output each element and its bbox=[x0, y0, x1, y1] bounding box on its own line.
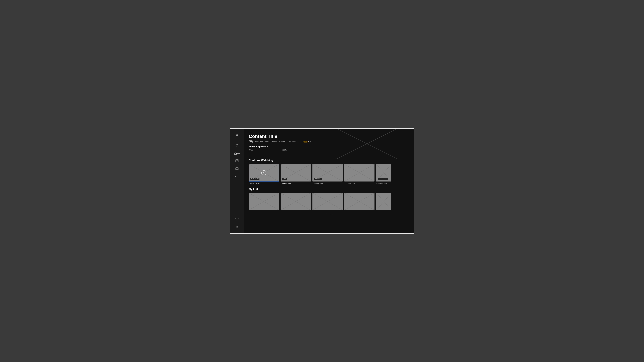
svg-rect-5 bbox=[236, 160, 237, 161]
scroll-dot-2 bbox=[327, 214, 330, 214]
card-continue-3[interactable]: ORIGINAL Content Title bbox=[312, 164, 343, 184]
continue-watching-title: Continue Watching bbox=[249, 159, 409, 162]
search-icon bbox=[235, 144, 239, 147]
logo-icon bbox=[234, 132, 240, 138]
card-thumb-3: ORIGINAL bbox=[312, 164, 343, 182]
card-continue-4[interactable]: Content Title bbox=[344, 164, 374, 184]
home-icon bbox=[234, 151, 237, 155]
card-badge-2: NEW bbox=[282, 178, 287, 180]
card-mylist-3[interactable] bbox=[312, 193, 343, 210]
card-continue-1[interactable]: ▶ EXCLUSIVE Content Title bbox=[249, 164, 279, 184]
profile-icon bbox=[235, 225, 239, 229]
hero-title: Content Title bbox=[249, 134, 409, 139]
play-button-1[interactable]: ▶ bbox=[261, 170, 266, 175]
categories-icon bbox=[235, 159, 239, 163]
thumb-svg-4 bbox=[345, 164, 374, 181]
scroll-dot-1 bbox=[323, 214, 326, 214]
progress-bar-container: 09:22 22:31 bbox=[249, 149, 409, 151]
hd-badge: HD bbox=[249, 140, 252, 143]
channels-icon bbox=[235, 167, 239, 170]
sidebar-item-home[interactable] bbox=[234, 150, 240, 156]
svg-line-4 bbox=[238, 146, 238, 147]
svg-point-6 bbox=[237, 159, 238, 161]
sections-container: Continue Watching ▶ EXCLUSIVE Content Ti… bbox=[244, 159, 414, 233]
continue-watching-row: ▶ EXCLUSIVE Content Title NEW bbox=[249, 164, 409, 184]
my-list-title: My List bbox=[249, 188, 409, 191]
mylist-thumb-5 bbox=[376, 193, 391, 210]
tv-frame: A-Z Content Tit bbox=[230, 128, 414, 234]
mylist-svg-1 bbox=[249, 193, 278, 210]
card-continue-2[interactable]: NEW Content Title bbox=[280, 164, 311, 184]
main-content: Content Title HD Genre, Sub Genre · 3 Se… bbox=[244, 129, 414, 233]
meta-row: HD Genre, Sub Genre · 3 Series · 20 Mins… bbox=[249, 140, 409, 143]
card-mylist-1[interactable] bbox=[249, 193, 279, 210]
az-label: A-Z bbox=[235, 175, 239, 177]
heart-icon bbox=[235, 218, 239, 221]
card-mylist-2[interactable] bbox=[280, 193, 311, 210]
imdb-badge: IMDb 8.2 bbox=[304, 141, 310, 143]
sidebar-item-search[interactable] bbox=[234, 142, 240, 148]
mylist-thumb-3 bbox=[312, 193, 343, 210]
scroll-indicator bbox=[249, 214, 409, 214]
progress-end-time: 22:31 bbox=[282, 149, 286, 151]
mylist-svg-2 bbox=[281, 193, 310, 210]
card-title-1: Content Title bbox=[249, 182, 279, 184]
svg-point-12 bbox=[236, 226, 238, 227]
mylist-thumb-2 bbox=[280, 193, 311, 210]
card-title-5: Content Title bbox=[376, 182, 391, 184]
card-thumb-5: LEAVING SOON bbox=[376, 164, 391, 182]
card-thumb-1: ▶ EXCLUSIVE bbox=[249, 164, 279, 182]
card-title-3: Content Title bbox=[312, 182, 343, 184]
card-continue-5[interactable]: LEAVING SOON Content Title bbox=[376, 164, 391, 184]
svg-rect-7 bbox=[236, 161, 237, 162]
mylist-thumb-4 bbox=[344, 193, 374, 210]
sidebar-item-profile[interactable] bbox=[234, 224, 240, 230]
x-logo-svg bbox=[235, 133, 239, 137]
card-title-4: Content Title bbox=[344, 182, 374, 184]
scroll-dot-3 bbox=[332, 214, 335, 214]
card-badge-3: ORIGINAL bbox=[314, 178, 322, 180]
hero-section: Content Title HD Genre, Sub Genre · 3 Se… bbox=[244, 129, 414, 159]
sidebar-item-az[interactable]: A-Z bbox=[234, 173, 240, 179]
meta-text: Genre, Sub Genre · 3 Series · 20 Mins · … bbox=[254, 141, 302, 143]
sidebar-item-watchlist[interactable] bbox=[234, 216, 240, 222]
my-list-row bbox=[249, 193, 409, 210]
card-title-2: Content Title bbox=[280, 182, 311, 184]
mylist-svg-4 bbox=[345, 193, 374, 210]
sidebar-item-categories[interactable] bbox=[234, 158, 240, 164]
card-mylist-4[interactable] bbox=[344, 193, 374, 210]
svg-rect-9 bbox=[236, 168, 238, 170]
imdb-score: 8.2 bbox=[308, 141, 310, 143]
svg-point-3 bbox=[236, 144, 238, 146]
hero-content-area: Content Title HD Genre, Sub Genre · 3 Se… bbox=[249, 134, 409, 151]
mylist-thumb-1 bbox=[249, 193, 279, 210]
home-active-indicator bbox=[237, 153, 240, 153]
mylist-svg-5 bbox=[376, 193, 391, 210]
mylist-svg-3 bbox=[313, 193, 342, 210]
card-badge-5: LEAVING SOON bbox=[378, 178, 388, 180]
progress-fill bbox=[254, 150, 264, 150]
card-thumb-2: NEW bbox=[280, 164, 311, 182]
sidebar: A-Z bbox=[230, 129, 244, 233]
sidebar-item-channels[interactable] bbox=[234, 166, 240, 172]
card-thumb-4 bbox=[344, 164, 374, 182]
svg-rect-8 bbox=[237, 161, 238, 162]
card-badge-1: EXCLUSIVE bbox=[250, 178, 260, 180]
episode-info: Series 1 Episode 2 bbox=[249, 145, 409, 148]
card-mylist-5[interactable] bbox=[376, 193, 391, 210]
imdb-icon: IMDb bbox=[304, 141, 308, 142]
progress-start-time: 09:22 bbox=[249, 149, 253, 151]
progress-track bbox=[254, 150, 281, 150]
